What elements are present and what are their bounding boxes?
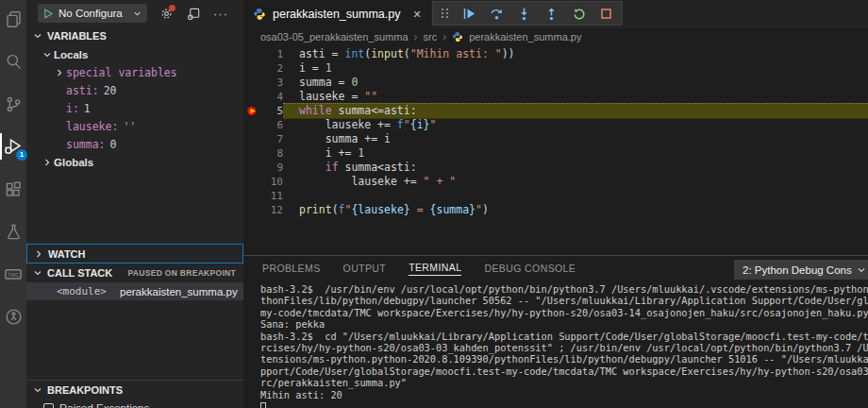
extensions-icon[interactable] [0, 178, 26, 200]
tab-perakkaisten-summa[interactable]: perakkaisten_summa.py ✕ [243, 0, 431, 28]
breadcrumb-file[interactable]: perakkaisten_summa.py [469, 31, 581, 42]
line-number: 5 [264, 104, 283, 118]
tab-debug-console[interactable]: DEBUG CONSOLE [484, 263, 576, 276]
code-line-8[interactable]: 8 i += 1 [243, 146, 868, 161]
code-line-5[interactable]: 5while summa<=asti: [243, 104, 868, 118]
chevron-right-icon [42, 157, 53, 168]
code-line-7[interactable]: 7 summa += i [243, 132, 868, 146]
terminal-cursor [260, 402, 266, 408]
variable-row-asti[interactable]: asti:20 [26, 81, 243, 99]
gear-alert-dot [169, 5, 175, 11]
terminal-line: rc/perakkaisten_summa.py" [260, 377, 868, 388]
terminal-line: my-code/tmcdata/TMC workspace/Exercises/… [260, 307, 868, 318]
start-debugging-icon[interactable] [43, 8, 54, 19]
tab-output[interactable]: OUTPUT [343, 263, 387, 276]
terminal-line: bash-3.2$ /usr/bin/env /usr/local/opt/py… [260, 283, 868, 295]
frame-file: perakkaisten_summa.py [120, 286, 238, 298]
terminal-selector[interactable]: 2: Python Debug Cons [734, 260, 868, 280]
terminal-line: bash-3.2$ cd "/Users/mluukkai/Library/Ap… [260, 331, 868, 342]
code-text: while summa<=asti: [283, 103, 868, 119]
step-into-button[interactable] [516, 6, 531, 21]
chevron-down-icon [31, 383, 44, 397]
terminal-output[interactable]: bash-3.2$ /usr/bin/env /usr/local/opt/py… [243, 280, 868, 408]
call-stack-header[interactable]: CALL STACK PAUSED ON BREAKPOINT [26, 264, 243, 282]
terminal-line: thonFiles/lib/python/debugpy/launcher 50… [260, 295, 868, 306]
line-number: 3 [264, 76, 283, 90]
code-area[interactable]: 1asti = int(input("Mihin asti: "))2i = 1… [243, 45, 868, 217]
code-line-2[interactable]: 2i = 1 [243, 61, 868, 76]
code-line-12[interactable]: 12print(f"{lauseke} = {summa}") [243, 203, 868, 217]
variable-row-special-variables[interactable]: special variables [26, 63, 243, 81]
terminal-line: Sana: pekka [260, 318, 868, 330]
paused-status-badge: PAUSED ON BREAKPOINT [128, 268, 236, 278]
python-file-icon [253, 8, 266, 21]
continue-button[interactable] [461, 6, 476, 21]
code-line-4[interactable]: 4lauseke = "" [243, 90, 868, 104]
breakpoints-header[interactable]: BREAKPOINTS [26, 381, 243, 400]
open-debug-console-icon[interactable] [185, 5, 202, 22]
close-icon[interactable]: ✕ [412, 8, 421, 21]
source-control-icon[interactable] [0, 93, 26, 115]
chevron-down-icon [31, 266, 44, 280]
debug-sidebar-toolbar: No Configura ··· [26, 0, 243, 26]
search-icon[interactable] [0, 50, 26, 73]
drag-grip-icon[interactable] [442, 8, 448, 18]
chevron-down-icon [133, 9, 142, 18]
variable-row-summa[interactable]: summa:0 [26, 135, 243, 153]
variables-section: VARIABLES Localsspecial variablesasti:20… [26, 26, 243, 244]
step-out-button[interactable] [543, 6, 559, 21]
code-line-3[interactable]: 3summa = 0 [243, 76, 868, 90]
watch-header[interactable]: WATCH [27, 245, 86, 263]
debug-sidebar: No Configura ··· VARIABLES Localsspecial… [26, 0, 243, 408]
breadcrumb: osa03-05_perakkaisten_summa › src › pera… [243, 28, 868, 45]
vscode-window: 1 TMC No Configura [0, 0, 868, 408]
step-over-button[interactable] [489, 6, 504, 21]
code-text: summa = 0 [283, 76, 868, 90]
debug-config-dropdown[interactable]: No Configura [38, 4, 147, 23]
breakpoint-paused-icon[interactable] [246, 105, 259, 117]
tmc-label: TMC [8, 272, 19, 278]
circle-branch-icon[interactable] [0, 305, 26, 328]
restart-button[interactable] [571, 6, 586, 21]
line-number: 12 [264, 203, 283, 217]
watch-section[interactable]: WATCH [26, 244, 243, 264]
test-flask-icon[interactable] [0, 220, 26, 243]
gutter[interactable] [243, 105, 264, 117]
launch-settings-gear-icon[interactable] [158, 5, 175, 22]
variable-row-globals[interactable]: Globals [26, 153, 243, 171]
call-stack-frame[interactable]: <module> perakkaisten_summa.py [26, 282, 243, 300]
variables-header[interactable]: VARIABLES [26, 26, 243, 45]
debug-badge: 1 [16, 149, 27, 161]
run-and-debug-icon[interactable]: 1 [0, 135, 26, 158]
variable-row-lauseke[interactable]: lauseke:'' [26, 117, 243, 135]
more-actions-icon[interactable]: ··· [212, 5, 229, 22]
code-line-10[interactable]: 10 lauseke += " + " [243, 175, 868, 189]
code-text: asti = int(input("Mihin asti: ")) [283, 47, 868, 61]
line-number: 10 [264, 175, 283, 189]
raised-exceptions-checkbox[interactable] [43, 403, 54, 408]
terminal-line: Mihin asti: 20 [260, 389, 868, 400]
chevron-down-icon [857, 265, 866, 275]
breadcrumb-src[interactable]: src [424, 31, 438, 42]
code-line-6[interactable]: 6 lauseke += f"{i}" [243, 118, 868, 132]
code-line-11[interactable]: 11 [243, 189, 868, 203]
line-number: 1 [264, 47, 283, 61]
line-number: 9 [264, 161, 283, 175]
variable-row-i[interactable]: i:1 [26, 99, 243, 117]
code-line-9[interactable]: 9 if summa<asti: [243, 161, 868, 175]
tab-terminal[interactable]: TERMINAL [409, 262, 461, 276]
code-line-1[interactable]: 1asti = int(input("Mihin asti: ")) [243, 47, 868, 61]
variable-row-locals[interactable]: Locals [26, 45, 243, 63]
stop-button[interactable] [598, 6, 613, 21]
tmc-icon[interactable]: TMC [0, 263, 26, 285]
code-text: i = 1 [283, 61, 868, 76]
terminal-line: tensions/ms-python.python-2020.8.109390/… [260, 353, 868, 365]
breakpoint-item[interactable]: Raised Exceptions [26, 400, 243, 408]
editor: perakkaisten_summa.py ✕ [243, 0, 868, 255]
explorer-icon[interactable] [0, 8, 26, 30]
variables-list: Localsspecial variablesasti:20i:1lauseke… [26, 45, 243, 171]
code-text: if summa<asti: [283, 161, 868, 175]
breadcrumb-folder[interactable]: osa03-05_perakkaisten_summa [260, 31, 409, 42]
tab-problems[interactable]: PROBLEMS [262, 263, 321, 276]
line-number: 11 [264, 189, 283, 203]
